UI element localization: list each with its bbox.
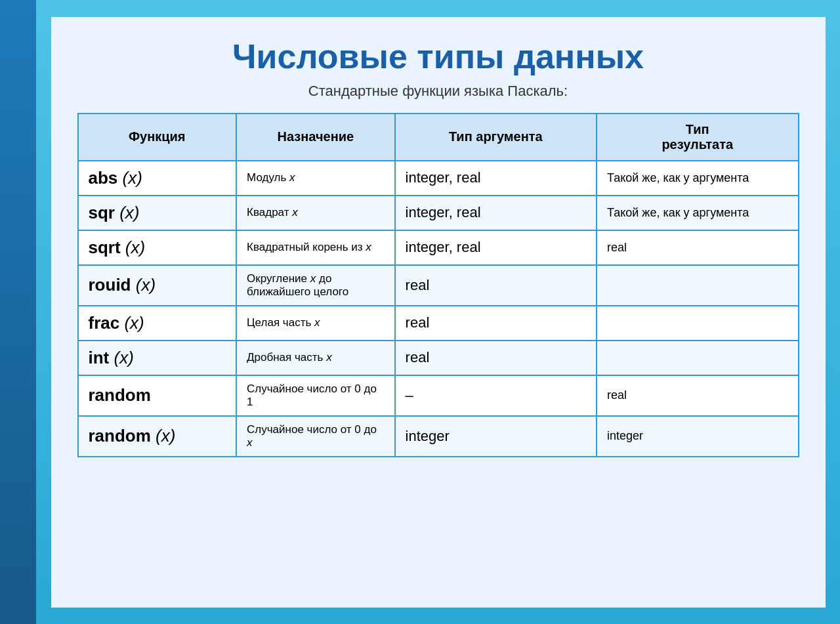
cell-argtype-2: integer, real	[395, 230, 597, 265]
cell-desc-6: Случайное число от 0 до 1	[236, 375, 395, 416]
functions-table: Функция Назначение Тип аргумента Типрезу…	[77, 113, 799, 457]
cell-func-7: random (x)	[78, 416, 237, 457]
cell-restype-2: real	[597, 230, 798, 265]
table-row: abs (x)Модуль xinteger, realТакой же, ка…	[78, 161, 799, 196]
cell-func-1: sqr (x)	[78, 196, 237, 230]
cell-desc-2: Квадратный корень из x	[236, 230, 395, 265]
cell-argtype-6: –	[395, 375, 597, 416]
table-row: randomСлучайное число от 0 до 1–real	[78, 375, 799, 416]
cell-restype-1: Такой же, как у аргумента	[597, 196, 798, 230]
cell-restype-3	[597, 265, 798, 306]
table-row: frac (x)Целая часть xreal	[78, 306, 799, 341]
cell-func-4: frac (x)	[78, 306, 237, 341]
table-row: random (x)Случайное число от 0 до xinteg…	[78, 416, 799, 457]
cell-func-6: random	[78, 375, 237, 416]
table-header-row: Функция Назначение Тип аргумента Типрезу…	[78, 114, 799, 161]
cell-restype-0: Такой же, как у аргумента	[597, 161, 798, 196]
cell-argtype-1: integer, real	[395, 196, 597, 230]
cell-desc-5: Дробная часть x	[236, 341, 395, 375]
cell-argtype-3: real	[395, 265, 597, 306]
cell-restype-7: integer	[597, 416, 798, 457]
cell-argtype-7: integer	[395, 416, 597, 457]
cell-func-0: abs (x)	[78, 161, 237, 196]
cell-desc-1: Квадрат x	[236, 196, 395, 230]
subtitle: Стандартные функции языка Паскаль:	[77, 83, 799, 100]
table-row: rouid (x)Округление x до ближайшего цело…	[78, 265, 799, 306]
table-body: abs (x)Модуль xinteger, realТакой же, ка…	[78, 161, 799, 457]
header-desc: Назначение	[236, 114, 395, 161]
cell-func-2: sqrt (x)	[78, 230, 237, 265]
cell-argtype-5: real	[395, 341, 597, 375]
cell-restype-4	[597, 306, 798, 341]
header-func: Функция	[78, 114, 237, 161]
left-bar	[0, 0, 36, 624]
cell-argtype-4: real	[395, 306, 597, 341]
table-row: sqrt (x)Квадратный корень из xinteger, r…	[78, 230, 799, 265]
cell-func-5: int (x)	[78, 341, 237, 375]
header-argtype: Тип аргумента	[395, 114, 597, 161]
cell-restype-6: real	[597, 375, 798, 416]
page-title: Числовые типы данных	[77, 37, 799, 76]
cell-argtype-0: integer, real	[395, 161, 597, 196]
table-row: int (x)Дробная часть xreal	[78, 341, 799, 375]
cell-desc-0: Модуль x	[236, 161, 395, 196]
cell-desc-7: Случайное число от 0 до x	[236, 416, 395, 457]
header-restype: Типрезультата	[597, 114, 798, 161]
cell-restype-5	[597, 341, 798, 375]
cell-desc-3: Округление x до ближайшего целого	[236, 265, 395, 306]
cell-desc-4: Целая часть x	[236, 306, 395, 341]
main-container: Числовые типы данных Стандартные функции…	[51, 17, 826, 608]
table-row: sqr (x)Квадрат xinteger, realТакой же, к…	[78, 196, 799, 230]
cell-func-3: rouid (x)	[78, 265, 237, 306]
